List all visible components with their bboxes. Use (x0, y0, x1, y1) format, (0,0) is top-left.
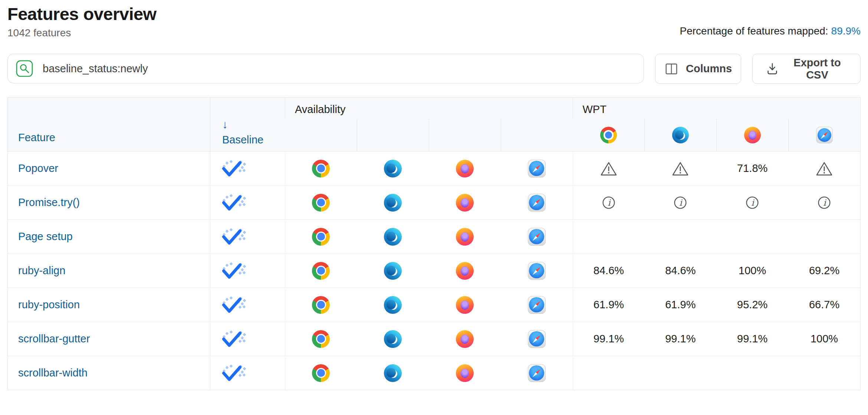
feature-link[interactable]: Page setup (18, 230, 73, 243)
baseline-newly-icon (221, 364, 247, 382)
wpt-score: 71.8% (737, 162, 767, 175)
export-csv-button[interactable]: Export to CSV (752, 54, 861, 84)
availability-cell-firefox (429, 220, 501, 253)
edge-icon (384, 364, 402, 382)
safari-icon (528, 228, 546, 246)
availability-cell-safari (501, 254, 573, 288)
info-icon: i (744, 194, 761, 211)
safari-icon (528, 296, 546, 314)
column-header-feature: Feature (8, 97, 210, 151)
safari-icon (528, 330, 546, 348)
availability-cell-edge (357, 186, 429, 219)
search-input[interactable] (42, 62, 635, 75)
feature-cell: scrollbar-gutter (8, 322, 210, 356)
mapped-percentage: Percentage of features mapped:89.9% (680, 25, 861, 37)
baseline-status-cell (210, 322, 285, 356)
feature-link[interactable]: Popover (18, 162, 58, 175)
chrome-icon (312, 160, 330, 177)
edge-icon (384, 160, 402, 177)
column-group-wpt: WPT (573, 97, 861, 119)
availability-cell-edge (357, 152, 429, 185)
column-header-baseline[interactable]: ↓ Baseline (210, 97, 285, 151)
firefox-icon (456, 194, 474, 212)
table-row: Popover 71.8% (8, 152, 860, 185)
wpt-cell (573, 220, 645, 253)
wpt-score: 100% (739, 265, 766, 277)
mapped-value-link[interactable]: 89.9% (831, 25, 861, 37)
wpt-score: 66.7% (809, 299, 839, 311)
feature-cell: Page setup (8, 220, 210, 253)
wpt-cell: i (788, 186, 860, 219)
wpt-cell: 100% (788, 322, 860, 356)
sort-desc-arrow-icon: ↓ (222, 119, 285, 130)
download-icon (765, 62, 779, 76)
export-button-label: Export to CSV (787, 57, 848, 81)
baseline-status-cell (210, 220, 285, 253)
wpt-cell: 69.2% (788, 254, 860, 288)
wpt-cell: 99.1% (573, 322, 645, 356)
baseline-newly-icon (221, 330, 247, 348)
wpt-cell (644, 220, 716, 253)
wpt-cell (788, 152, 860, 185)
baseline-status-cell (210, 152, 285, 185)
feature-link[interactable]: ruby-position (18, 299, 80, 311)
wpt-score: 95.2% (737, 299, 767, 311)
wpt-score: 84.6% (665, 265, 696, 277)
feature-cell: Popover (8, 152, 210, 185)
chrome-icon (312, 194, 330, 212)
baseline-status-cell (210, 288, 285, 322)
firefox-icon (456, 262, 474, 280)
baseline-header-link[interactable]: Baseline (222, 134, 285, 146)
safari-icon (528, 364, 546, 382)
search-icon (16, 60, 33, 77)
wpt-subheader-safari (788, 119, 860, 151)
feature-link[interactable]: ruby-align (18, 265, 65, 277)
baseline-newly-icon (221, 228, 247, 246)
wpt-subheader-edge (644, 119, 716, 151)
feature-cell: scrollbar-width (8, 356, 210, 390)
info-icon: i (672, 194, 689, 211)
availability-cell-safari (501, 288, 573, 322)
wpt-subheader-chrome (573, 119, 645, 151)
wpt-score: 99.1% (594, 333, 624, 345)
svg-text:i: i (751, 197, 754, 207)
availability-cell-chrome (285, 186, 357, 219)
safari-icon (816, 127, 833, 143)
chrome-icon (312, 364, 330, 382)
baseline-newly-icon (221, 262, 247, 280)
wpt-cell: i (716, 186, 788, 219)
firefox-icon (456, 330, 474, 348)
wpt-cell: 100% (716, 254, 788, 288)
safari-icon (528, 160, 546, 177)
availability-cell-firefox (429, 356, 501, 390)
firefox-icon (744, 127, 761, 143)
feature-cell: ruby-align (8, 254, 210, 288)
availability-cell-firefox (429, 254, 501, 288)
wpt-cell (573, 152, 645, 185)
baseline-newly-icon (221, 160, 247, 177)
baseline-status-cell (210, 254, 285, 288)
baseline-newly-icon (221, 194, 247, 212)
wpt-cell: 61.9% (573, 288, 645, 322)
feature-header-link[interactable]: Feature (18, 132, 55, 144)
feature-link[interactable]: scrollbar-width (18, 367, 88, 379)
search-box[interactable] (7, 54, 644, 83)
availability-cell-chrome (285, 254, 357, 288)
chrome-icon (312, 228, 330, 246)
wpt-cell: 84.6% (573, 254, 645, 288)
availability-cell-safari (501, 186, 573, 219)
columns-button[interactable]: Columns (655, 54, 741, 84)
wpt-cell (788, 220, 860, 253)
edge-icon (384, 296, 402, 314)
feature-link[interactable]: scrollbar-gutter (18, 333, 90, 345)
availability-cell-edge (357, 356, 429, 390)
firefox-icon (456, 160, 474, 177)
edge-icon (672, 127, 689, 143)
wpt-cell: i (573, 186, 645, 219)
availability-cell-chrome (285, 220, 357, 253)
page-header: Features overview 1042 features Percenta… (7, 4, 861, 39)
availability-subheader (357, 119, 429, 151)
feature-link[interactable]: Promise.try() (18, 196, 80, 209)
availability-cell-chrome (285, 152, 357, 185)
feature-cell: Promise.try() (8, 186, 210, 219)
